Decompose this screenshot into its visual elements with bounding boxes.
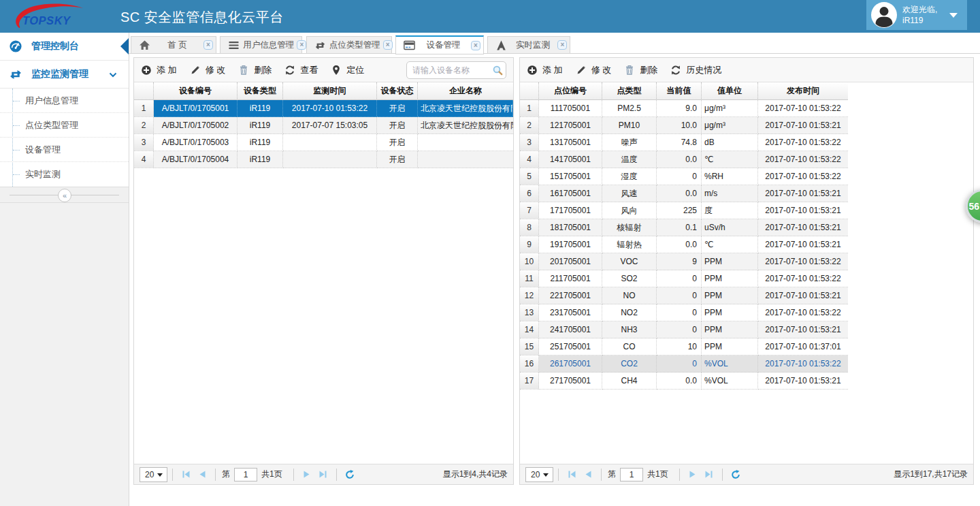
column-header[interactable]: 设备状态 <box>377 82 418 100</box>
table-cell[interactable]: 开启 <box>377 100 418 117</box>
table-cell[interactable]: 风速 <box>602 185 657 202</box>
table-cell[interactable] <box>418 151 513 168</box>
table-cell[interactable]: 231705001 <box>539 304 602 321</box>
add-button[interactable]: 添 加 <box>141 64 177 76</box>
table-cell[interactable] <box>283 151 377 168</box>
table-cell[interactable]: PPM <box>702 321 758 338</box>
close-icon[interactable]: × <box>203 40 213 50</box>
table-cell[interactable]: μg/m³ <box>702 100 758 117</box>
table-cell[interactable]: iR119 <box>238 117 283 134</box>
table-cell[interactable]: NO <box>602 287 657 304</box>
edit-button[interactable]: 修 改 <box>190 64 226 76</box>
close-icon[interactable]: × <box>557 40 567 50</box>
tab-home[interactable]: 首 页 × <box>131 36 216 54</box>
table-row[interactable]: 11211705001SO20PPM2017-07-10 01:53:22 <box>520 270 848 287</box>
table-cell[interactable]: 温度 <box>602 151 657 168</box>
table-cell[interactable]: NO2 <box>602 304 657 321</box>
table-cell[interactable]: 181705001 <box>539 219 602 236</box>
table-cell[interactable] <box>418 134 513 151</box>
table-row[interactable]: 7171705001风向225度2017-07-10 01:53:21 <box>520 202 848 219</box>
delete-button[interactable]: 删除 <box>624 64 657 76</box>
table-cell[interactable]: 2017-07-10 01:53:21 <box>758 117 848 134</box>
table-cell[interactable]: 2017-07-10 01:53:21 <box>758 185 848 202</box>
column-header[interactable]: 值单位 <box>702 82 758 100</box>
table-row[interactable]: 2A/BJLT/0/1705002iR1192017-07-07 15:03:0… <box>134 117 513 134</box>
table-cell[interactable]: 10.0 <box>657 117 702 134</box>
table-cell[interactable]: 2017-07-10 01:53:22 <box>758 100 848 117</box>
table-cell[interactable]: 251705001 <box>539 338 602 355</box>
table-cell[interactable]: A/BJLT/0/1705002 <box>154 117 238 134</box>
table-row[interactable]: 1A/BJLT/0/1705001iR1192017-07-10 01:53:2… <box>134 100 513 117</box>
table-cell[interactable]: 2017-07-07 15:03:05 <box>283 117 377 134</box>
table-cell[interactable]: 0.0 <box>657 185 702 202</box>
table-cell[interactable]: 9 <box>657 253 702 270</box>
column-header[interactable]: 发布时间 <box>758 82 848 100</box>
table-cell[interactable]: 开启 <box>377 117 418 134</box>
table-cell[interactable]: iR119 <box>238 134 283 151</box>
first-page-button[interactable] <box>178 467 194 482</box>
table-cell[interactable]: 2017-07-10 01:53:22 <box>758 304 848 321</box>
table-row[interactable]: 2121705001PM1010.0μg/m³2017-07-10 01:53:… <box>520 117 848 134</box>
table-cell[interactable]: CO <box>602 338 657 355</box>
table-cell[interactable]: 2017-07-10 01:53:22 <box>758 168 848 185</box>
table-cell[interactable]: 2017-07-10 01:53:22 <box>283 100 377 117</box>
delete-button[interactable]: 删除 <box>238 64 272 76</box>
table-cell[interactable]: 121705001 <box>539 117 602 134</box>
sidebar-item-realtime[interactable]: 实时监测 <box>0 162 129 187</box>
page-number-input[interactable] <box>234 468 257 481</box>
table-cell[interactable]: 0 <box>657 168 702 185</box>
table-row[interactable]: 8181705001核辐射0.1uSv/h2017-07-10 01:53:21 <box>520 219 848 236</box>
table-cell[interactable]: 2017-07-10 01:53:21 <box>758 373 848 390</box>
table-row[interactable]: 4A/BJLT/0/1705004iR119开启 <box>134 151 513 168</box>
table-cell[interactable]: %RH <box>702 168 758 185</box>
table-cell[interactable]: 131705001 <box>539 134 602 151</box>
table-row[interactable]: 1111705001PM2.59.0μg/m³2017-07-10 01:53:… <box>520 100 848 117</box>
tab-realtime[interactable]: 实时监测 × <box>487 36 570 54</box>
first-page-button[interactable] <box>564 467 580 482</box>
table-cell[interactable]: 0 <box>657 321 702 338</box>
table-cell[interactable]: iR119 <box>238 100 283 117</box>
tab-point-type[interactable]: 点位类型管理 × <box>306 36 392 54</box>
sidebar-item-device[interactable]: 设备管理 <box>0 138 129 162</box>
column-header[interactable]: 当前值 <box>657 82 702 100</box>
table-cell[interactable]: %VOL <box>702 373 758 390</box>
column-header[interactable]: 设备编号 <box>154 82 238 100</box>
table-cell[interactable]: 111705001 <box>539 100 602 117</box>
table-cell[interactable]: 2017-07-10 01:53:22 <box>758 134 848 151</box>
table-cell[interactable]: 辐射热 <box>602 236 657 253</box>
table-cell[interactable]: PPM <box>702 253 758 270</box>
next-page-button[interactable] <box>299 467 315 482</box>
table-cell[interactable]: 开启 <box>377 151 418 168</box>
table-cell[interactable]: 噪声 <box>602 134 657 151</box>
table-cell[interactable]: 0.0 <box>657 373 702 390</box>
table-cell[interactable]: 2017-07-10 01:37:01 <box>758 338 848 355</box>
edit-button[interactable]: 修 改 <box>576 64 612 76</box>
sidebar-collapse-bar[interactable]: « <box>0 187 129 203</box>
table-row[interactable]: 5151705001湿度0%RH2017-07-10 01:53:22 <box>520 168 848 185</box>
column-header[interactable]: 设备类型 <box>238 82 283 100</box>
table-row[interactable]: 4141705001温度0.0℃2017-07-10 01:53:22 <box>520 151 848 168</box>
table-cell[interactable]: dB <box>702 134 758 151</box>
table-cell[interactable]: 湿度 <box>602 168 657 185</box>
tab-user-info[interactable]: 用户信息管理 × <box>220 36 302 54</box>
table-cell[interactable]: 2017-07-10 01:53:21 <box>758 219 848 236</box>
table-cell[interactable]: uSv/h <box>702 219 758 236</box>
column-header[interactable]: 监测时间 <box>283 82 377 100</box>
sidebar-item-console[interactable]: 管理控制台 <box>0 33 129 61</box>
table-cell[interactable]: 2017-07-10 01:53:22 <box>758 270 848 287</box>
table-cell[interactable]: 0 <box>657 270 702 287</box>
table-row[interactable]: 3131705001噪声74.8dB2017-07-10 01:53:22 <box>520 134 848 151</box>
table-cell[interactable]: 191705001 <box>539 236 602 253</box>
table-cell[interactable]: 北京凌天世纪控股股份有限公司 <box>418 117 513 134</box>
view-button[interactable]: 查看 <box>284 64 318 76</box>
table-cell[interactable]: PM10 <box>602 117 657 134</box>
table-cell[interactable]: 度 <box>702 202 758 219</box>
table-cell[interactable]: 9.0 <box>657 100 702 117</box>
table-cell[interactable]: 171705001 <box>539 202 602 219</box>
table-cell[interactable]: 0.0 <box>657 151 702 168</box>
table-cell[interactable]: ℃ <box>702 236 758 253</box>
table-row[interactable]: 6161705001风速0.0m/s2017-07-10 01:53:21 <box>520 185 848 202</box>
table-cell[interactable]: PPM <box>702 270 758 287</box>
table-cell[interactable]: 风向 <box>602 202 657 219</box>
table-row[interactable]: 14241705001NH30PPM2017-07-10 01:53:21 <box>520 321 848 338</box>
